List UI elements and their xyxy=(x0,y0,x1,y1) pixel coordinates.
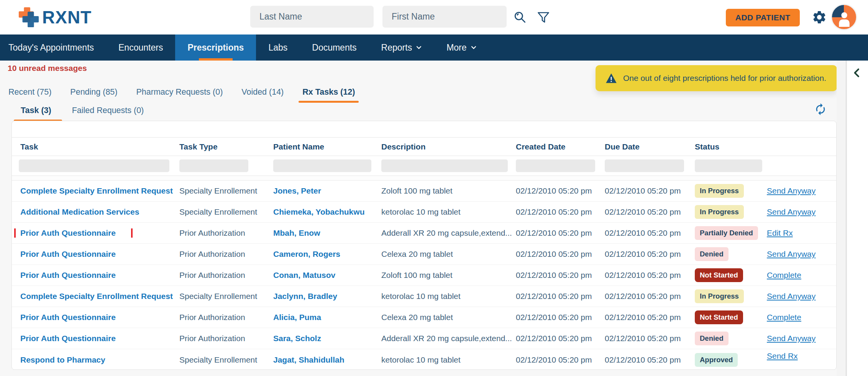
subtab-task[interactable]: Task (3) xyxy=(21,106,51,115)
nav-labs[interactable]: Labs xyxy=(256,34,300,61)
horizontal-scrollbar-track[interactable] xyxy=(12,176,836,181)
filter-input-task[interactable] xyxy=(19,159,169,172)
nav-documents[interactable]: Documents xyxy=(300,34,369,61)
task-link[interactable]: Complete Specialty Enrollment Request xyxy=(20,292,173,300)
banner-text: One out of eight prescriptions held for … xyxy=(623,74,826,83)
created-date-cell: 02/12/2010 05:20 pm xyxy=(516,313,605,322)
first-name-input[interactable] xyxy=(382,6,507,28)
created-date-cell: 02/12/2010 05:20 pm xyxy=(516,250,605,259)
task-link[interactable]: Respond to Pharmacy xyxy=(20,355,105,364)
task-link[interactable]: Prior Auth Questionnaire xyxy=(20,313,116,322)
prescription-tabs: Recent (75) Pending (85) Pharmacy Reques… xyxy=(8,87,355,97)
created-date-cell: 02/12/2010 05:20 pm xyxy=(516,334,605,343)
status-badge: In Progress xyxy=(695,205,744,219)
patient-link[interactable]: Jagat, Shahidullah xyxy=(273,355,345,364)
table-filter-row xyxy=(12,156,836,176)
rxnt-logo: RXNT xyxy=(18,6,92,28)
patient-link[interactable]: Conan, Matusov xyxy=(273,271,335,279)
rx-tasks-table: Task Task Type Patient Name Description … xyxy=(11,121,837,370)
column-header-status[interactable]: Status xyxy=(695,142,767,151)
filter-input-task-type[interactable] xyxy=(179,159,248,172)
created-date-cell: 02/12/2010 05:20 pm xyxy=(516,292,605,301)
patient-link[interactable]: Jones, Peter xyxy=(273,186,321,195)
created-date-cell: 02/12/2010 05:20 pm xyxy=(516,228,605,238)
filter-input-description[interactable] xyxy=(381,159,508,172)
rx-task-subtabs: Task (3) Failed Requests (0) xyxy=(21,106,144,115)
description-cell: Celexa 20 mg tablet xyxy=(381,313,516,322)
description-cell: Zoloft 100 mg tablet xyxy=(381,271,516,280)
row-action-link[interactable]: Send Anyway xyxy=(767,334,815,343)
nav-more[interactable]: More xyxy=(434,34,489,61)
nav-encounters[interactable]: Encounters xyxy=(106,34,175,61)
task-type-cell: Specialty Enrollement xyxy=(179,207,273,217)
add-patient-button[interactable]: ADD PATIENT xyxy=(726,9,800,26)
patient-link[interactable]: Cameron, Rogers xyxy=(273,250,340,258)
task-link[interactable]: Prior Auth Questionnaire xyxy=(20,250,116,258)
chevron-down-icon xyxy=(416,44,422,51)
task-link[interactable]: Prior Auth Questionnaire xyxy=(20,271,116,279)
filter-input-created-date[interactable] xyxy=(516,159,595,172)
nav-prescriptions[interactable]: Prescriptions xyxy=(175,34,256,61)
tab-recent[interactable]: Recent (75) xyxy=(8,87,51,97)
tab-pharmacy-requests[interactable]: Pharmacy Requests (0) xyxy=(136,87,223,97)
patient-link[interactable]: Alicia, Puma xyxy=(273,313,321,322)
row-action-link[interactable]: Send Anyway xyxy=(767,250,815,258)
last-name-input[interactable] xyxy=(250,6,374,28)
column-header-patient-name[interactable]: Patient Name xyxy=(273,142,381,151)
tab-rx-tasks[interactable]: Rx Tasks (12) xyxy=(302,87,355,97)
status-badge: Not Started xyxy=(695,310,743,324)
task-type-cell: Specialty Enrollement xyxy=(179,292,273,301)
nav-todays-appointments[interactable]: Today's Appointments xyxy=(0,34,106,61)
patient-link[interactable]: Sara, Scholz xyxy=(273,334,321,343)
vertical-scrollbar-gutter[interactable] xyxy=(837,61,847,376)
filter-input-patient-name[interactable] xyxy=(273,159,371,172)
nav-reports[interactable]: Reports xyxy=(369,34,435,61)
task-link[interactable]: Complete Specialty Enrollment Request xyxy=(20,186,173,195)
gear-icon[interactable] xyxy=(812,10,827,25)
column-header-due-date[interactable]: Due Date xyxy=(605,142,695,151)
task-link[interactable]: Prior Auth Questionnaire xyxy=(20,334,116,343)
column-header-created-date[interactable]: Created Date xyxy=(516,142,605,151)
user-avatar[interactable] xyxy=(831,4,857,30)
filter-input-due-date[interactable] xyxy=(605,159,684,172)
row-action-link[interactable]: Send Anyway xyxy=(767,186,815,195)
filter-input-status[interactable] xyxy=(695,159,762,172)
table-header-row: Task Task Type Patient Name Description … xyxy=(12,137,836,156)
status-badge: Not Started xyxy=(695,268,743,282)
table-row: Complete Specialty Enrollment Request Sp… xyxy=(12,286,836,307)
row-action-link[interactable]: Complete xyxy=(767,271,801,279)
status-badge: Denied xyxy=(695,247,729,261)
column-header-task-type[interactable]: Task Type xyxy=(179,142,273,151)
created-date-cell: 02/12/2010 05:20 pm xyxy=(516,271,605,280)
tab-pending[interactable]: Pending (85) xyxy=(70,87,117,97)
top-bar: RXNT ADD PATIENT xyxy=(0,0,868,34)
status-badge: Partially Denied xyxy=(695,226,758,240)
chevron-left-icon[interactable] xyxy=(851,67,863,79)
patient-link[interactable]: Mbah, Enow xyxy=(273,228,320,237)
row-action-link[interactable]: Edit Rx xyxy=(767,228,793,237)
row-action-link[interactable]: Complete xyxy=(767,313,801,322)
row-action-link[interactable]: Send Rx xyxy=(767,351,798,360)
table-row: Prior Auth Questionnaire Prior Authoriza… xyxy=(12,244,836,265)
patient-link[interactable]: Jaclynn, Bradley xyxy=(273,292,337,300)
description-cell: ketorolac 10 mg tablet xyxy=(381,355,516,365)
patient-link[interactable]: Chiemeka, Yobachukwu xyxy=(273,207,364,216)
description-cell: Adderall XR 20 mg capsule,extend... xyxy=(381,228,516,238)
unread-messages-text[interactable]: 10 unread messages xyxy=(8,64,87,73)
filter-icon[interactable] xyxy=(537,10,550,24)
subtab-failed-requests[interactable]: Failed Requests (0) xyxy=(72,106,144,115)
tab-voided[interactable]: Voided (14) xyxy=(241,87,284,97)
row-action-link[interactable]: Send Anyway xyxy=(767,207,815,216)
created-date-cell: 02/12/2010 05:20 pm xyxy=(516,186,605,195)
row-action-link[interactable]: Send Anyway xyxy=(767,292,815,300)
refresh-icon[interactable] xyxy=(814,103,827,116)
column-header-task[interactable]: Task xyxy=(12,142,179,151)
task-link[interactable]: Additional Medication Services xyxy=(20,207,139,216)
table-row: Respond to Pharmacy Specialty Enrollemen… xyxy=(12,349,836,370)
column-header-description[interactable]: Description xyxy=(381,142,516,151)
table-row: Prior Auth Questionnaire Prior Authoriza… xyxy=(12,223,836,244)
table-toolbar-strip xyxy=(12,121,836,137)
search-icon[interactable] xyxy=(513,10,527,25)
table-row: Prior Auth Questionnaire Prior Authoriza… xyxy=(12,265,836,286)
task-link-highlighted[interactable]: Prior Auth Questionnaire xyxy=(14,228,133,238)
